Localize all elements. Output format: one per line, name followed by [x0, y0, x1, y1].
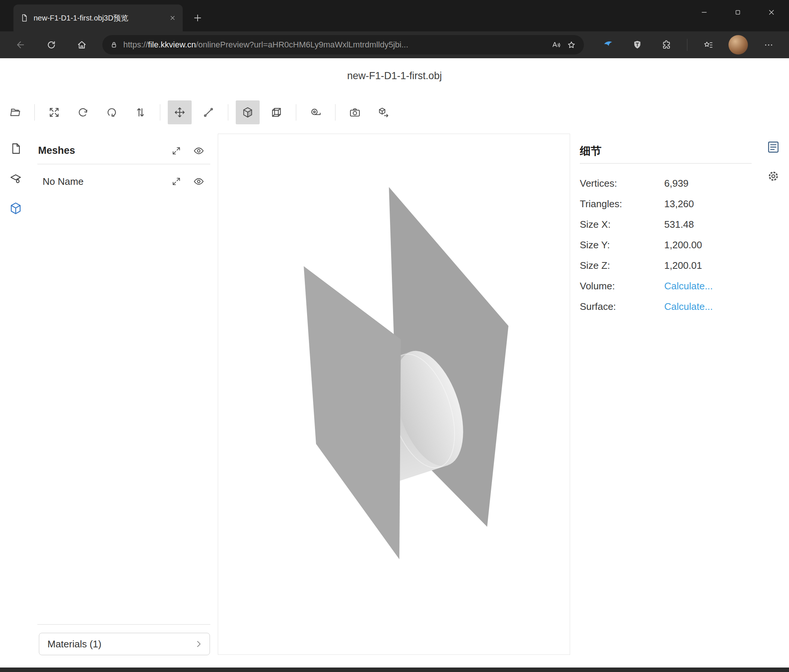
materials-tab-button[interactable]: [8, 171, 23, 186]
details-panel: 细节 Vertices: 6,939 Triangles: 13,260 Siz…: [580, 139, 752, 317]
details-row-triangles: Triangles: 13,260: [580, 194, 752, 214]
rotate-horizontal-icon: [77, 107, 89, 118]
toolbar-divider: [687, 39, 687, 51]
window-close-button[interactable]: [755, 0, 788, 25]
new-tab-button[interactable]: [189, 10, 206, 26]
materials-label: Materials (1): [48, 639, 194, 650]
details-row-size-x: Size X: 531.48: [580, 214, 752, 235]
extension-bird-icon[interactable]: [600, 36, 617, 53]
close-icon: [767, 8, 776, 16]
window-controls: [687, 0, 788, 25]
window-minimize-button[interactable]: [687, 0, 721, 25]
expand-icon: [171, 146, 181, 156]
url-host: file.kkview.cn: [148, 40, 196, 49]
cube-icon: [9, 201, 23, 215]
measure-line-button[interactable]: [196, 100, 220, 124]
browser-menu-icon[interactable]: [760, 36, 777, 53]
measure-tape-button[interactable]: [304, 100, 327, 124]
toggle-mesh-visibility-button[interactable]: [192, 175, 205, 188]
refresh-button[interactable]: [42, 35, 61, 54]
fit-view-button[interactable]: [42, 100, 66, 124]
gear-icon: [767, 169, 780, 183]
measure-tape-icon: [310, 107, 322, 118]
tab-close-icon[interactable]: [169, 14, 176, 21]
minimize-icon: [700, 8, 708, 16]
fit-view-icon: [48, 107, 60, 118]
favorite-star-icon[interactable]: [566, 40, 577, 50]
calculate-volume-link[interactable]: Calculate...: [664, 280, 713, 292]
lock-icon[interactable]: [110, 41, 118, 49]
read-aloud-icon[interactable]: [551, 40, 561, 50]
address-bar[interactable]: https://file.kkview.cn/onlinePreview?url…: [102, 35, 584, 54]
maximize-icon: [734, 9, 741, 16]
materials-divider: [37, 624, 210, 624]
orthographic-view-button[interactable]: [265, 100, 288, 124]
home-button[interactable]: [72, 35, 91, 54]
export-model-button[interactable]: [372, 100, 396, 124]
flip-vertical-icon: [134, 107, 147, 118]
orthographic-view-icon: [270, 106, 283, 119]
navigation-bar: https://file.kkview.cn/onlinePreview?url…: [0, 31, 789, 58]
calculate-surface-link[interactable]: Calculate...: [664, 301, 713, 312]
details-row-surface: Surface: Calculate...: [580, 296, 752, 317]
details-row-volume: Volume: Calculate...: [580, 276, 752, 296]
open-file-icon: [9, 107, 21, 118]
fit-all-button[interactable]: [170, 145, 183, 157]
materials-button[interactable]: Materials (1): [39, 633, 210, 655]
profile-avatar[interactable]: [728, 35, 748, 54]
file-icon: [10, 142, 22, 155]
material-icon: [9, 172, 22, 185]
favorites-bar-icon[interactable]: [700, 36, 717, 53]
details-row-size-y: Size Y: 1,200.00: [580, 235, 752, 255]
meshes-title: Meshes: [38, 145, 160, 156]
pan-move-button[interactable]: [168, 100, 192, 124]
mesh-list-item[interactable]: No Name: [37, 164, 210, 199]
screenshot-button[interactable]: [343, 100, 367, 124]
toggle-all-visibility-button[interactable]: [192, 145, 205, 157]
browser-actions: [600, 35, 777, 54]
page-title: new-F1-D1-1-first.obj: [0, 70, 789, 82]
browser-tab[interactable]: new-F1-D1-1-first.obj3D预览: [13, 5, 183, 31]
back-arrow-icon: [15, 40, 26, 50]
camera-icon: [349, 107, 361, 118]
flip-vertical-button[interactable]: [128, 100, 152, 124]
meshes-panel: Meshes No Name: [37, 137, 210, 199]
file-tab-button[interactable]: [8, 141, 23, 156]
perspective-view-button[interactable]: [236, 100, 260, 124]
titlebar: new-F1-D1-1-first.obj3D预览: [0, 0, 789, 31]
details-list-button[interactable]: [766, 140, 781, 154]
model-viewport[interactable]: [218, 134, 570, 655]
model-tab-button[interactable]: [8, 201, 23, 216]
rotate-horizontal-button[interactable]: [71, 100, 95, 124]
size-x-value: 531.48: [664, 219, 694, 230]
meshes-header: Meshes: [37, 137, 210, 164]
settings-button[interactable]: [766, 169, 781, 184]
rotate-vertical-icon: [106, 107, 118, 118]
refresh-icon: [46, 40, 56, 50]
viewer-toolbar: [3, 100, 396, 125]
document-icon: [20, 14, 29, 22]
details-row-size-z: Size Z: 1,200.01: [580, 255, 752, 276]
eye-icon: [193, 176, 204, 187]
pan-move-icon: [174, 107, 186, 118]
measure-line-icon: [203, 107, 214, 118]
extension-shield-icon[interactable]: [629, 36, 646, 53]
extension-puzzle-icon[interactable]: [658, 36, 675, 53]
url-path: /onlinePreview?url=aHR0cHM6Ly9maWxlLmtrd…: [196, 40, 408, 49]
tab-title: new-F1-D1-1-first.obj3D预览: [34, 13, 164, 23]
plus-icon: [192, 13, 203, 23]
left-icon-strip: [8, 141, 24, 216]
toolbar-separator: [34, 104, 35, 121]
back-button[interactable]: [11, 35, 30, 54]
right-icon-strip: [764, 140, 782, 184]
window-bottom-edge: [0, 667, 789, 672]
rotate-vertical-button[interactable]: [100, 100, 124, 124]
export-model-icon: [378, 107, 390, 118]
toolbar-separator: [335, 104, 335, 121]
mesh-name: No Name: [43, 176, 160, 188]
size-z-value: 1,200.01: [664, 260, 702, 271]
open-file-button[interactable]: [3, 100, 27, 124]
window-maximize-button[interactable]: [721, 0, 755, 25]
fit-mesh-button[interactable]: [170, 175, 183, 188]
eye-icon: [193, 145, 204, 156]
